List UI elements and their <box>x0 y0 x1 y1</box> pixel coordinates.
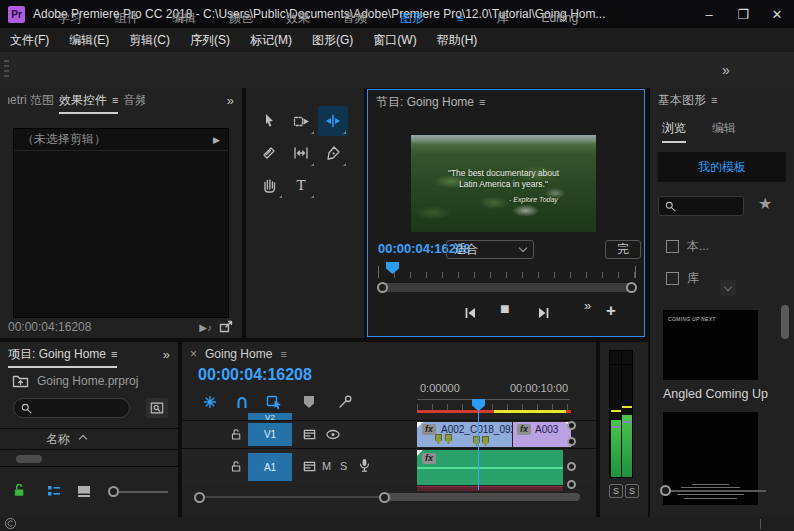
program-monitor-title[interactable]: 节目: Going Home <box>376 94 474 111</box>
ws-tab-assembly[interactable]: 组件 <box>115 10 139 27</box>
v-scroll-handle-4[interactable] <box>567 480 576 489</box>
play-audio-icon[interactable]: ▶♪ <box>199 322 212 333</box>
creative-cloud-sync-icon[interactable] <box>4 517 17 530</box>
scrollbar-left-handle[interactable] <box>377 282 388 293</box>
v-scroll-handle-1[interactable] <box>567 421 576 430</box>
track-v1-header[interactable]: V1 <box>248 423 292 446</box>
column-name-header[interactable]: 名称 <box>46 431 70 448</box>
timeline-close-icon[interactable]: × <box>190 347 197 361</box>
timeline-settings-wrench-icon[interactable] <box>337 394 353 410</box>
v-scroll-handle-3[interactable] <box>567 462 576 471</box>
favorites-star-icon[interactable]: ★ <box>758 194 772 213</box>
project-zoom-slider-track[interactable] <box>112 491 168 493</box>
maximize-button[interactable]: ❐ <box>726 0 760 28</box>
sort-ascending-icon[interactable] <box>79 435 87 443</box>
essential-graphics-menu-icon[interactable]: ≡ <box>711 94 717 106</box>
ws-graphics-menu-icon[interactable]: ≡ <box>457 12 463 24</box>
timeline-scroll-handle-left[interactable] <box>194 492 205 503</box>
my-templates-dropdown[interactable]: 我的模板 <box>658 152 786 182</box>
nest-sequence-icon[interactable] <box>202 394 218 410</box>
ws-tab-editing-cn[interactable]: 编辑 <box>172 10 196 27</box>
minimize-button[interactable]: – <box>692 0 726 28</box>
razor-tool-icon[interactable] <box>254 138 284 168</box>
clip-video-1[interactable]: fx A002_C018_0922 <box>417 422 512 447</box>
clip-audio-1[interactable]: fx <box>417 450 563 485</box>
program-monitor-menu-icon[interactable]: ≡ <box>479 96 485 108</box>
type-tool-icon[interactable]: T <box>286 170 316 200</box>
templates-vertical-scrollbar[interactable] <box>781 305 789 339</box>
export-frame-icon[interactable] <box>218 319 234 335</box>
project-overflow-chevron[interactable]: » <box>163 347 170 362</box>
tab-audio-mixer[interactable]: 音频 <box>123 92 145 109</box>
track-a2-sliver[interactable] <box>417 486 563 491</box>
v1-toggle-output-eye-icon[interactable] <box>325 428 341 441</box>
search-bin-button[interactable] <box>146 398 168 418</box>
a1-lock-icon[interactable] <box>230 460 243 473</box>
program-zoom-scrollbar[interactable] <box>378 283 636 292</box>
ws-tab-learning[interactable]: 学习 <box>58 10 82 27</box>
template-name[interactable]: Angled Coming Up <box>663 387 768 401</box>
timeline-scroll-handle-mid[interactable] <box>379 492 390 503</box>
track-select-forward-tool-icon[interactable] <box>286 106 316 136</box>
template-thumbnail-1[interactable]: COMING UP NEXT <box>663 310 758 380</box>
project-search-input[interactable] <box>13 398 130 418</box>
ws-tab-editing-en[interactable]: Editing <box>541 11 578 25</box>
ws-tab-effects[interactable]: 效果 <box>286 10 310 27</box>
ripple-edit-tool-icon[interactable] <box>318 106 348 136</box>
snap-magnet-icon[interactable] <box>234 394 250 410</box>
tab-effect-controls[interactable]: 效果控件 ≡ <box>59 92 118 114</box>
scrollbar-right-handle[interactable] <box>626 282 637 293</box>
timeline-scrollbar-thumb[interactable] <box>384 493 580 501</box>
icon-view-button[interactable] <box>76 483 92 499</box>
step-forward-button[interactable] <box>536 305 552 321</box>
workspace-grip[interactable] <box>4 60 9 80</box>
audio-gain-line[interactable] <box>417 467 563 469</box>
play-stop-button[interactable]: ■ <box>500 300 510 318</box>
libraries-dropdown[interactable] <box>720 280 736 296</box>
tab-lumetri-scopes[interactable]: Lumetri 范围 <box>8 92 54 109</box>
step-back-button[interactable] <box>462 305 478 321</box>
project-zoom-slider-handle[interactable] <box>108 486 119 497</box>
track-a1-header[interactable]: A1 <box>248 453 292 481</box>
add-marker-icon[interactable] <box>304 396 314 408</box>
timeline-menu-icon[interactable]: ≡ <box>280 348 286 360</box>
clip-video-2[interactable]: fx A003 <box>513 422 571 447</box>
effect-controls-menu-icon[interactable]: ≡ <box>112 94 118 106</box>
menu-file[interactable]: 文件(F) <box>10 32 49 49</box>
template-search-input[interactable] <box>658 196 744 216</box>
tab-project[interactable]: 项目: Going Home ≡ <box>8 346 117 368</box>
list-view-button[interactable] <box>46 483 62 499</box>
a1-sync-lock-icon[interactable] <box>302 459 317 474</box>
workspace-overflow-chevron[interactable]: » <box>722 62 730 78</box>
solo-right-button[interactable]: S <box>625 484 639 498</box>
project-writable-lock-icon[interactable] <box>13 482 28 498</box>
a1-mute-button[interactable]: M <box>322 460 331 472</box>
playback-resolution-select[interactable]: 完 <box>605 240 641 259</box>
close-button[interactable]: ✕ <box>760 0 794 28</box>
navigate-up-icon[interactable] <box>12 373 29 388</box>
solo-left-button[interactable]: S <box>609 484 623 498</box>
slip-tool-icon[interactable] <box>286 138 316 168</box>
ws-tab-libraries[interactable]: 库 <box>496 10 508 27</box>
ws-tab-audio[interactable]: 音频 <box>343 10 367 27</box>
thumbnail-size-slider-handle[interactable] <box>660 485 671 496</box>
linked-selection-icon[interactable] <box>266 394 283 410</box>
v-scroll-handle-2[interactable] <box>567 437 576 446</box>
transport-more-chevron[interactable]: » <box>584 298 591 313</box>
thumbnail-size-slider-track[interactable] <box>664 490 766 492</box>
libraries-checkbox[interactable] <box>666 272 679 285</box>
v1-sync-lock-icon[interactable] <box>302 427 317 442</box>
v1-lock-icon[interactable] <box>230 428 243 441</box>
tab-browse[interactable]: 浏览 <box>662 120 686 143</box>
timeline-tab-label[interactable]: Going Home <box>205 347 272 361</box>
program-video-frame[interactable]: "The best documentary about Latin Americ… <box>411 135 596 232</box>
expand-arrow-icon[interactable]: ▶ <box>213 135 220 145</box>
pen-tool-icon[interactable] <box>318 138 348 168</box>
tab-edit[interactable]: 编辑 <box>712 120 736 143</box>
local-checkbox[interactable] <box>666 240 679 253</box>
ws-tab-graphics[interactable]: 图形 <box>400 10 424 27</box>
essential-graphics-title[interactable]: 基本图形 <box>658 92 706 109</box>
project-file-name[interactable]: Going Home.prproj <box>37 374 138 388</box>
program-scrubber[interactable] <box>378 262 636 278</box>
zoom-level-select[interactable]: 适合 <box>446 240 534 259</box>
